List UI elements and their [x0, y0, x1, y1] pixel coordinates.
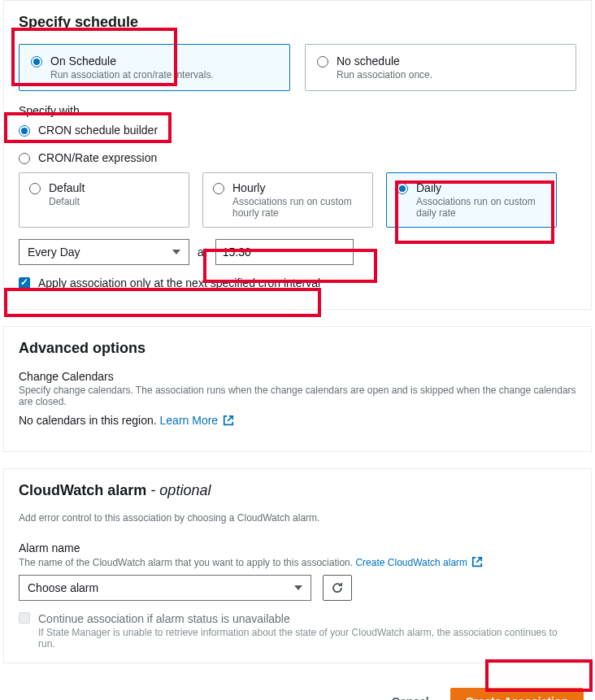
- change-calendars-desc: Specify change calendars. The associatio…: [19, 385, 576, 407]
- advanced-options-panel: Advanced options Change Calendars Specif…: [3, 326, 592, 452]
- specify-with-label: Specify with: [19, 104, 576, 117]
- cron-rate-expr-option[interactable]: CRON/Rate expression: [19, 151, 576, 164]
- alarm-name-desc: The name of the CloudWatch alarm that yo…: [19, 556, 576, 568]
- daily-card[interactable]: Daily Associations run on custom daily r…: [386, 172, 557, 228]
- daily-desc: Associations run on custom daily rate: [416, 196, 546, 219]
- default-title: Default: [49, 181, 85, 194]
- continue-association-checkbox: [19, 612, 30, 624]
- learn-more-link[interactable]: Learn More: [160, 414, 234, 427]
- no-calendars-line: No calendars in this region. Learn More: [19, 414, 576, 427]
- schedule-mode-cards: On Schedule Run association at cron/rate…: [19, 44, 576, 91]
- cron-builder-option[interactable]: CRON schedule builder: [19, 124, 576, 137]
- time-row: Every Day at: [19, 239, 576, 265]
- alarm-select[interactable]: Choose alarm: [19, 575, 311, 601]
- cancel-button[interactable]: Cancel: [382, 689, 439, 700]
- no-schedule-desc: Run association once.: [337, 69, 432, 80]
- default-radio[interactable]: [29, 183, 41, 194]
- refresh-icon: [331, 581, 344, 594]
- cron-rate-expr-label: CRON/Rate expression: [38, 151, 157, 164]
- continue-association-label: Continue association if alarm status is …: [38, 612, 576, 625]
- chevron-down-icon: [294, 585, 302, 590]
- advanced-options-title: Advanced options: [19, 340, 576, 357]
- cloudwatch-alarm-panel: CloudWatch alarm - optional Add error co…: [3, 468, 592, 663]
- frequency-cards: Default Default Hourly Associations run …: [19, 172, 576, 228]
- change-calendars-label: Change Calendars: [19, 370, 576, 383]
- time-input[interactable]: [215, 239, 354, 265]
- apply-next-checkbox[interactable]: [19, 277, 30, 289]
- on-schedule-desc: Run association at cron/rate intervals.: [50, 69, 214, 80]
- hourly-card[interactable]: Hourly Associations run on custom hourly…: [202, 172, 373, 228]
- create-cloudwatch-alarm-link[interactable]: Create CloudWatch alarm: [355, 557, 483, 568]
- apply-next-option[interactable]: Apply association only at the next speci…: [19, 276, 576, 289]
- day-select-value: Every Day: [28, 246, 80, 259]
- continue-association-desc: If State Manager is unable to retrieve i…: [38, 627, 576, 650]
- no-schedule-radio[interactable]: [317, 56, 328, 67]
- specify-schedule-title: Specify schedule: [19, 14, 576, 31]
- refresh-button[interactable]: [323, 575, 352, 601]
- cron-builder-label: CRON schedule builder: [38, 124, 158, 137]
- alarm-name-label: Alarm name: [19, 541, 576, 554]
- alarm-select-value: Choose alarm: [28, 581, 98, 594]
- cron-rate-expr-radio[interactable]: [19, 153, 30, 164]
- chevron-down-icon: [172, 250, 180, 254]
- daily-title: Daily: [416, 181, 546, 194]
- on-schedule-label: On Schedule: [50, 54, 214, 67]
- cloudwatch-alarm-desc: Add error control to this association by…: [19, 512, 576, 524]
- on-schedule-card[interactable]: On Schedule Run association at cron/rate…: [19, 44, 290, 91]
- cloudwatch-alarm-title: CloudWatch alarm - optional: [19, 482, 576, 499]
- hourly-radio[interactable]: [213, 183, 224, 194]
- no-schedule-card[interactable]: No schedule Run association once.: [305, 44, 576, 91]
- external-link-icon: [223, 415, 234, 426]
- default-desc: Default: [49, 196, 85, 207]
- daily-radio[interactable]: [397, 183, 408, 194]
- on-schedule-radio[interactable]: [31, 56, 42, 67]
- default-card[interactable]: Default Default: [19, 172, 189, 228]
- create-association-button[interactable]: Create Association: [450, 688, 584, 700]
- cron-builder-radio[interactable]: [19, 125, 30, 137]
- day-select[interactable]: Every Day: [19, 239, 189, 265]
- apply-next-label: Apply association only at the next speci…: [38, 276, 320, 289]
- footer-actions: Cancel Create Association: [0, 680, 595, 700]
- hourly-desc: Associations run on custom hourly rate: [232, 196, 363, 219]
- no-schedule-label: No schedule: [337, 54, 432, 67]
- continue-association-option: Continue association if alarm status is …: [19, 612, 576, 650]
- at-label: at: [198, 246, 207, 259]
- no-calendars-text: No calendars in this region.: [19, 414, 160, 427]
- hourly-title: Hourly: [232, 181, 363, 194]
- external-link-icon: [471, 556, 483, 567]
- specify-schedule-panel: Specify schedule On Schedule Run associa…: [3, 0, 592, 310]
